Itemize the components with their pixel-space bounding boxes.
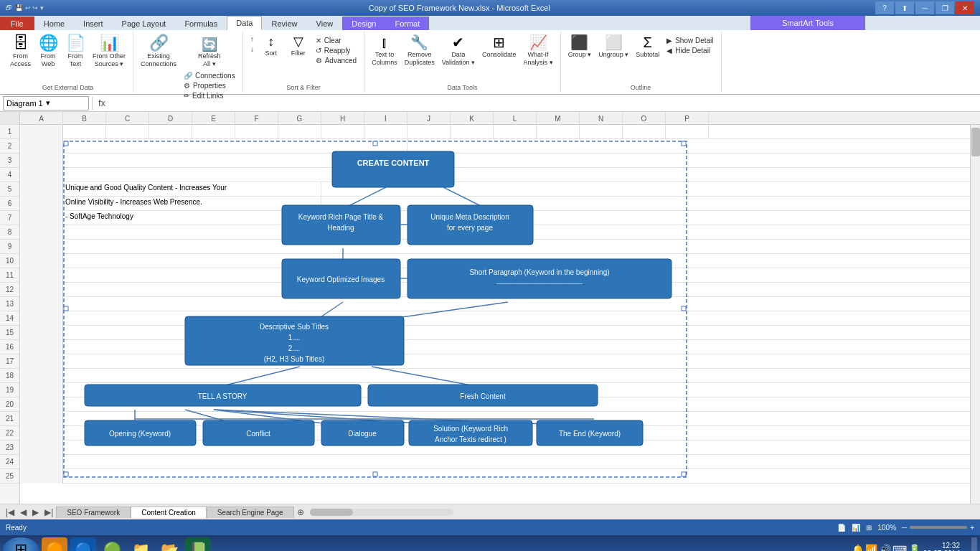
sheet-nav-last[interactable]: ▶|: [42, 507, 56, 517]
taskbar-excel[interactable]: 📗: [185, 537, 211, 551]
ribbon-toggle-button[interactable]: ⬆: [895, 1, 914, 14]
sheet-nav-prev[interactable]: ◀: [17, 507, 29, 517]
from-text-button[interactable]: 📄 FromText: [62, 33, 88, 70]
properties-button[interactable]: ⚙ Properties: [181, 81, 238, 90]
restore-button[interactable]: ❐: [936, 1, 954, 14]
h-scrollbar-thumb[interactable]: [310, 509, 353, 516]
tab-format[interactable]: Format: [385, 17, 429, 30]
taskbar-torrent[interactable]: 🟠: [42, 537, 67, 551]
row-20: 20: [0, 397, 19, 412]
sys-icon-4: ⌨: [892, 544, 907, 551]
tab-insert[interactable]: Insert: [74, 17, 113, 30]
remove-duplicates-button[interactable]: 🔧 RemoveDuplicates: [402, 33, 438, 69]
ribbon-group-outline: ⬛ Group ▾ ⬜ Ungroup ▾ Σ Subtotal ▶ Show …: [561, 32, 722, 93]
existing-connections-icon: 🔗: [149, 35, 169, 51]
sort-asc-button[interactable]: ↑: [248, 34, 257, 44]
subtotal-button[interactable]: Σ Subtotal: [633, 33, 662, 61]
what-if-analysis-button[interactable]: 📈 What-IfAnalysis ▾: [521, 33, 556, 69]
from-other-sources-button[interactable]: 📊 From OtherSources ▾: [90, 33, 128, 70]
tab-review[interactable]: Review: [262, 17, 306, 30]
zoom-slider[interactable]: ─ +: [902, 524, 974, 532]
zoom-level: 100%: [877, 524, 896, 532]
data-validation-button[interactable]: ✔ DataValidation ▾: [439, 33, 478, 69]
help-button[interactable]: ?: [875, 1, 894, 14]
tab-formulas[interactable]: Formulas: [175, 17, 227, 30]
outline-buttons: ⬛ Group ▾ ⬜ Ungroup ▾ Σ Subtotal ▶ Show …: [565, 33, 717, 83]
taskbar-outlook[interactable]: 📂: [156, 537, 182, 551]
window-controls[interactable]: ? ⬆ ─ ❐ ✕: [875, 1, 974, 14]
start-button[interactable]: ⊞: [3, 537, 39, 551]
view-layout-icon[interactable]: 📊: [852, 524, 860, 532]
minimize-button[interactable]: ─: [915, 1, 934, 14]
row-7: 7: [0, 211, 19, 225]
close-button[interactable]: ✕: [956, 1, 974, 14]
name-box[interactable]: Diagram 1 ▾: [3, 96, 89, 110]
taskbar-chrome[interactable]: 🟢: [99, 537, 125, 551]
sheet-tab-seo[interactable]: SEO Framework: [56, 507, 131, 518]
svg-text:2....: 2....: [288, 344, 301, 352]
name-box-dropdown[interactable]: ▾: [46, 98, 50, 108]
tab-data[interactable]: Data: [227, 16, 262, 30]
sheet-nav-next[interactable]: ▶: [29, 507, 42, 517]
col-i: I: [364, 112, 407, 125]
add-sheet-button[interactable]: ⊕: [297, 507, 304, 517]
svg-text:Keyword Rich Page Title &: Keyword Rich Page Title &: [298, 213, 384, 221]
sheet-tab-search[interactable]: Search Engine Page: [207, 507, 294, 518]
sheet-nav-first[interactable]: |◀: [3, 507, 17, 517]
smartart-tools-banner: SmartArt Tools: [750, 16, 865, 30]
from-web-icon: 🌐: [39, 35, 58, 51]
from-web-button[interactable]: 🌐 FromWeb: [35, 33, 61, 70]
sort-desc-button[interactable]: ↓: [248, 44, 257, 54]
sheet-tab-content[interactable]: Content Creation: [131, 507, 207, 518]
outline-label: Outline: [631, 83, 651, 91]
row-25: 25: [0, 469, 19, 484]
ungroup-button[interactable]: ⬜ Ungroup ▾: [595, 33, 631, 61]
svg-text:CREATE CONTENT: CREATE CONTENT: [357, 159, 430, 167]
clock-time: 12:32: [923, 542, 960, 550]
filter-button[interactable]: ▽ Filter: [286, 33, 311, 60]
reapply-button[interactable]: ↺ Reapply: [313, 46, 359, 55]
zoom-increase[interactable]: +: [970, 524, 974, 532]
from-access-button[interactable]: 🗄 FromAccess: [7, 33, 34, 70]
tab-page-layout[interactable]: Page Layout: [113, 17, 176, 30]
scrollbar-thumb[interactable]: [971, 128, 980, 156]
row-23: 23: [0, 441, 19, 455]
existing-connections-button[interactable]: 🔗 ExistingConnections: [138, 33, 179, 70]
tab-file[interactable]: File: [0, 17, 34, 30]
group-icon: ⬛: [570, 35, 588, 50]
grid: Unique and Good Quality Content - Increa…: [20, 125, 980, 504]
sort-button[interactable]: ↕ Sort: [258, 33, 284, 60]
taskbar-app2[interactable]: 🔵: [70, 537, 96, 551]
view-normal-icon[interactable]: 📄: [837, 524, 846, 532]
scrollbar-track: [310, 509, 453, 516]
status-bar: Ready 📄 📊 ⊞ 100% ─ +: [0, 519, 980, 535]
filter-small-group: ✕ Clear ↺ Reapply ⚙ Advanced: [313, 33, 359, 65]
row-12: 12: [0, 283, 19, 297]
col-o: O: [623, 112, 666, 125]
zoom-decrease[interactable]: ─: [902, 524, 907, 532]
clear-button[interactable]: ✕ Clear: [313, 36, 359, 45]
advanced-button[interactable]: ⚙ Advanced: [313, 56, 359, 65]
vertical-scrollbar[interactable]: [970, 125, 980, 504]
corner-cell: [0, 112, 19, 125]
show-detail-button[interactable]: ▶ Show Detail: [664, 36, 716, 45]
taskbar-explorer[interactable]: 📁: [128, 537, 154, 551]
tab-home[interactable]: Home: [34, 17, 74, 30]
consolidate-button[interactable]: ⊞ Consolidate: [479, 33, 519, 61]
group-button[interactable]: ⬛ Group ▾: [565, 33, 595, 61]
hide-detail-button[interactable]: ◀ Hide Detail: [664, 46, 716, 55]
tab-view[interactable]: View: [307, 17, 343, 30]
connections-small-button[interactable]: 🔗 Connections: [181, 71, 238, 80]
refresh-all-button[interactable]: 🔄 RefreshAll ▾: [181, 36, 238, 70]
text-to-columns-button[interactable]: ⫿ Text toColumns: [369, 33, 400, 69]
smartart-diagram[interactable]: CREATE CONTENT Keyword Rich Page Title &…: [63, 141, 687, 478]
view-break-icon[interactable]: ⊞: [866, 524, 872, 532]
col-a: A: [20, 112, 63, 125]
tab-design[interactable]: Design: [342, 17, 385, 30]
row-10: 10: [0, 254, 19, 268]
hide-detail-icon: ◀: [666, 47, 672, 55]
horizontal-scrollbar[interactable]: [310, 509, 981, 516]
quick-access[interactable]: 💾 ↩ ↪ ▾: [15, 4, 44, 11]
show-desktop-btn[interactable]: [971, 537, 977, 551]
formula-input[interactable]: [111, 99, 977, 108]
